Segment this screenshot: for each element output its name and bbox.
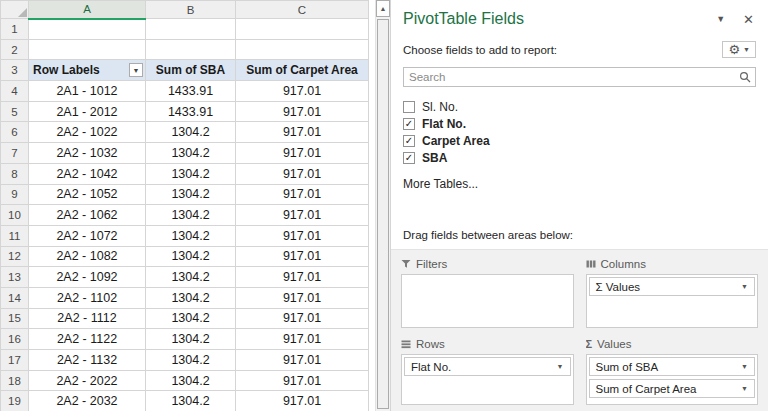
pivot-header-sum-of-carpet-area[interactable]: Sum of Carpet Area	[236, 60, 369, 81]
row-header-5[interactable]: 5	[1, 101, 29, 122]
row-header-6[interactable]: 6	[1, 122, 29, 143]
cell-C7[interactable]: 917.01	[236, 143, 369, 164]
row-header-12[interactable]: 12	[1, 246, 29, 267]
chevron-down-icon[interactable]: ▼	[741, 385, 748, 392]
row-header-18[interactable]: 18	[1, 370, 29, 391]
field-item-sl-no[interactable]: Sl. No.	[403, 98, 756, 115]
row-header-17[interactable]: 17	[1, 350, 29, 371]
cell-A1[interactable]	[29, 19, 146, 40]
field-item-carpet-area[interactable]: ✓Carpet Area	[403, 132, 756, 149]
cell-A4[interactable]: 2A1 - 1012	[29, 81, 146, 102]
cell-B8[interactable]: 1304.2	[146, 163, 236, 184]
search-icon[interactable]	[739, 71, 751, 83]
columns-dropzone[interactable]: Σ Values▼	[586, 274, 759, 328]
row-header-10[interactable]: 10	[1, 205, 29, 226]
area-item-sum-of-sba[interactable]: Sum of SBA▼	[589, 357, 756, 376]
cell-B9[interactable]: 1304.2	[146, 184, 236, 205]
row-header-9[interactable]: 9	[1, 184, 29, 205]
row-header-11[interactable]: 11	[1, 225, 29, 246]
row-header-14[interactable]: 14	[1, 287, 29, 308]
cell-A7[interactable]: 2A2 - 1032	[29, 143, 146, 164]
cell-B12[interactable]: 1304.2	[146, 246, 236, 267]
more-tables-link[interactable]: More Tables...	[403, 177, 756, 191]
cell-C8[interactable]: 917.01	[236, 163, 369, 184]
cell-A14[interactable]: 2A2 - 1102	[29, 287, 146, 308]
cell-C16[interactable]: 917.01	[236, 329, 369, 350]
chevron-down-icon[interactable]: ▼	[741, 283, 748, 290]
row-header-13[interactable]: 13	[1, 267, 29, 288]
cell-A6[interactable]: 2A2 - 1022	[29, 122, 146, 143]
cell-B4[interactable]: 1433.91	[146, 81, 236, 102]
cell-B13[interactable]: 1304.2	[146, 267, 236, 288]
row-header-8[interactable]: 8	[1, 163, 29, 184]
cell-C15[interactable]: 917.01	[236, 308, 369, 329]
row-header-19[interactable]: 19	[1, 391, 29, 411]
cell-C11[interactable]: 917.01	[236, 225, 369, 246]
row-header-16[interactable]: 16	[1, 329, 29, 350]
unchecked-checkbox[interactable]	[403, 101, 415, 113]
cell-B2[interactable]	[146, 39, 236, 60]
cell-C13[interactable]: 917.01	[236, 267, 369, 288]
row-header-15[interactable]: 15	[1, 308, 29, 329]
cell-B7[interactable]: 1304.2	[146, 143, 236, 164]
cell-C1[interactable]	[236, 19, 369, 40]
pane-options-chevron-icon[interactable]: ▼	[716, 14, 725, 24]
field-item-sba[interactable]: ✓SBA	[403, 149, 756, 166]
row-header-2[interactable]: 2	[1, 39, 29, 60]
field-item-flat-no[interactable]: ✓Flat No.	[403, 115, 756, 132]
cell-C2[interactable]	[236, 39, 369, 60]
cell-B6[interactable]: 1304.2	[146, 122, 236, 143]
cell-A11[interactable]: 2A2 - 1072	[29, 225, 146, 246]
column-header-C[interactable]: C	[236, 1, 369, 19]
cell-C17[interactable]: 917.01	[236, 350, 369, 371]
scroll-up-button[interactable]: ▲	[376, 0, 390, 17]
column-header-A[interactable]: A	[29, 1, 146, 19]
filter-dropdown-icon[interactable]: ▼	[129, 63, 143, 77]
select-all-corner[interactable]	[1, 1, 29, 19]
cell-C19[interactable]: 917.01	[236, 391, 369, 411]
checked-checkbox[interactable]: ✓	[403, 118, 415, 130]
checked-checkbox[interactable]: ✓	[403, 135, 415, 147]
cell-B18[interactable]: 1304.2	[146, 370, 236, 391]
cell-A17[interactable]: 2A2 - 1132	[29, 350, 146, 371]
cell-C4[interactable]: 917.01	[236, 81, 369, 102]
cell-B14[interactable]: 1304.2	[146, 287, 236, 308]
column-header-B[interactable]: B	[146, 1, 236, 19]
pivot-header-sum-of-sba[interactable]: Sum of SBA	[146, 60, 236, 81]
cell-C9[interactable]: 917.01	[236, 184, 369, 205]
row-header-1[interactable]: 1	[1, 19, 29, 40]
cell-A5[interactable]: 2A1 - 2012	[29, 101, 146, 122]
cell-C6[interactable]: 917.01	[236, 122, 369, 143]
area-item-sum-of-carpet-area[interactable]: Sum of Carpet Area▼	[589, 379, 756, 398]
cell-B1[interactable]	[146, 19, 236, 40]
cell-B19[interactable]: 1304.2	[146, 391, 236, 411]
cell-A10[interactable]: 2A2 - 1062	[29, 205, 146, 226]
tools-gear-button[interactable]: ⚙ ▼	[722, 41, 756, 58]
vertical-scrollbar[interactable]: ▲	[375, 0, 390, 411]
cell-B17[interactable]: 1304.2	[146, 350, 236, 371]
checked-checkbox[interactable]: ✓	[403, 152, 415, 164]
cell-B5[interactable]: 1433.91	[146, 101, 236, 122]
cell-A15[interactable]: 2A2 - 1112	[29, 308, 146, 329]
cell-A12[interactable]: 2A2 - 1082	[29, 246, 146, 267]
cell-C18[interactable]: 917.01	[236, 370, 369, 391]
cell-A8[interactable]: 2A2 - 1042	[29, 163, 146, 184]
row-header-7[interactable]: 7	[1, 143, 29, 164]
chevron-down-icon[interactable]: ▼	[741, 363, 748, 370]
search-input[interactable]	[403, 67, 756, 87]
row-header-4[interactable]: 4	[1, 81, 29, 102]
pane-close-icon[interactable]: ✕	[743, 12, 754, 27]
area-item-values[interactable]: Σ Values▼	[589, 277, 756, 296]
scrollbar-thumb[interactable]	[377, 19, 389, 409]
chevron-down-icon[interactable]: ▼	[557, 363, 564, 370]
pivot-header-row-labels[interactable]: Row Labels▼	[29, 60, 146, 81]
cell-C12[interactable]: 917.01	[236, 246, 369, 267]
cell-C5[interactable]: 917.01	[236, 101, 369, 122]
cell-B10[interactable]: 1304.2	[146, 205, 236, 226]
cell-B11[interactable]: 1304.2	[146, 225, 236, 246]
cell-A2[interactable]	[29, 39, 146, 60]
filters-dropzone[interactable]	[401, 274, 574, 328]
cell-B15[interactable]: 1304.2	[146, 308, 236, 329]
cell-A13[interactable]: 2A2 - 1092	[29, 267, 146, 288]
cell-B16[interactable]: 1304.2	[146, 329, 236, 350]
